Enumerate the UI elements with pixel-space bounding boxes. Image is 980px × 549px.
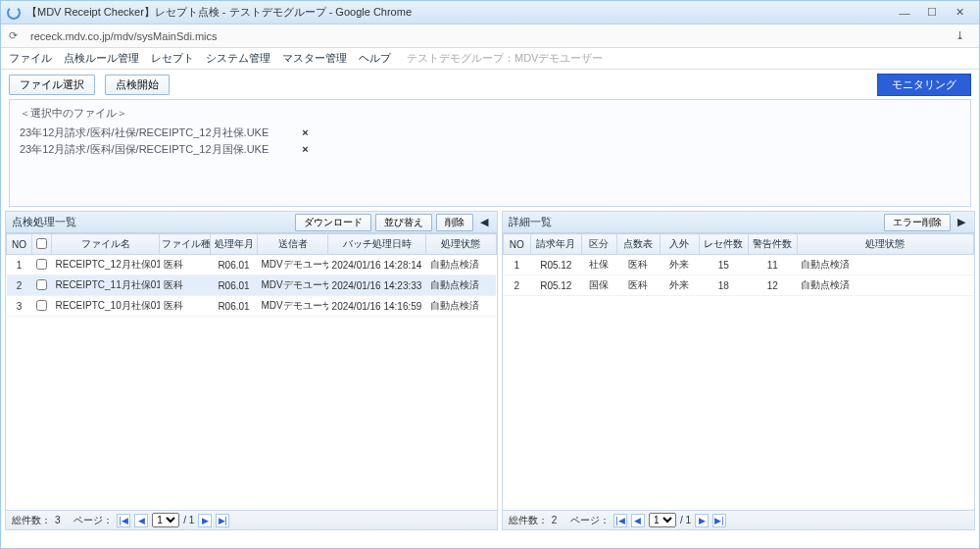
col-status[interactable]: 処理状態 bbox=[797, 234, 973, 255]
pager-last-icon[interactable]: ▶| bbox=[712, 514, 726, 527]
table-row[interactable]: 2R05.12国保医科外来1812自動点検済 bbox=[503, 275, 973, 296]
selected-file-path: 23年12月請求/医科/社保/RECEIPTC_12月社保.UKE bbox=[20, 125, 269, 141]
check-all[interactable] bbox=[36, 238, 47, 249]
app-window: 【MDV Receipt Checker】レセプト点検 - テストデモグループ … bbox=[0, 0, 980, 549]
col-no[interactable]: NO bbox=[7, 234, 32, 255]
col-batch[interactable]: バッチ処理日時 bbox=[328, 234, 426, 255]
page-of: / 1 bbox=[183, 515, 194, 525]
menubar: ファイル 点検ルール管理 レセプト システム管理 マスター管理 ヘルプ テストデ… bbox=[1, 48, 979, 70]
col-table[interactable]: 点数表 bbox=[616, 234, 660, 255]
row-check[interactable] bbox=[36, 300, 47, 311]
page-select[interactable]: 1 bbox=[649, 513, 676, 527]
selected-file-row: 23年12月請求/医科/国保/RECEIPTC_12月国保.UKE × bbox=[20, 141, 960, 158]
col-no[interactable]: NO bbox=[503, 234, 530, 255]
page-label: ページ： bbox=[74, 514, 113, 527]
download-button[interactable]: ダウンロード bbox=[295, 214, 371, 231]
col-check[interactable] bbox=[32, 234, 52, 255]
toolbar: ファイル選択 点検開始 モニタリング bbox=[1, 70, 979, 99]
col-sender[interactable]: 送信者 bbox=[258, 234, 328, 255]
row-check[interactable] bbox=[36, 279, 47, 290]
selected-file-path: 23年12月請求/医科/国保/RECEIPTC_12月国保.UKE bbox=[20, 141, 269, 158]
left-pager: 総件数： 3 ページ： |◀ ◀ 1 / 1 ▶ ▶| bbox=[6, 510, 497, 529]
col-status[interactable]: 処理状態 bbox=[426, 234, 497, 255]
menu-file[interactable]: ファイル bbox=[9, 51, 52, 66]
select-file-button[interactable]: ファイル選択 bbox=[9, 75, 95, 95]
group-label: テストデモグループ：MDVデモユーザー bbox=[407, 51, 603, 66]
total-count: 3 bbox=[55, 515, 61, 525]
total-label: 総件数： bbox=[509, 514, 548, 527]
titlebar: 【MDV Receipt Checker】レセプト点検 - テストデモグループ … bbox=[1, 1, 979, 25]
pager-last-icon[interactable]: ▶| bbox=[216, 514, 229, 527]
col-ym[interactable]: 処理年月 bbox=[211, 234, 258, 255]
expand-right-icon[interactable]: ▶ bbox=[955, 216, 968, 228]
reload-icon[interactable]: ⟳ bbox=[9, 29, 24, 42]
panels: 点検処理一覧 ダウンロード 並び替え 削除 ◀ NO ファイル名 ファイル種別 … bbox=[3, 211, 977, 530]
minimize-button[interactable]: ― bbox=[891, 3, 918, 23]
delete-button[interactable]: 削除 bbox=[436, 214, 473, 231]
right-grid: NO 請求年月 区分 点数表 入外 レセ件数 警告件数 処理状態 1R05.12… bbox=[503, 233, 974, 510]
menu-receipt[interactable]: レセプト bbox=[151, 51, 194, 66]
collapse-left-icon[interactable]: ◀ bbox=[477, 216, 491, 228]
pager-next-icon[interactable]: ▶ bbox=[198, 514, 212, 527]
left-grid: NO ファイル名 ファイル種別 処理年月 送信者 バッチ処理日時 処理状態 1R… bbox=[6, 233, 497, 510]
total-count: 2 bbox=[552, 515, 558, 525]
maximize-button[interactable]: ☐ bbox=[918, 3, 946, 23]
left-panel: 点検処理一覧 ダウンロード 並び替え 削除 ◀ NO ファイル名 ファイル種別 … bbox=[5, 211, 498, 530]
download-icon[interactable]: ⤓ bbox=[956, 29, 971, 42]
monitor-button[interactable]: モニタリング bbox=[877, 74, 971, 96]
pager-prev-icon[interactable]: ◀ bbox=[134, 514, 148, 527]
right-panel: 詳細一覧 エラー削除 ▶ NO 請求年月 区分 点数表 入外 レセ件数 警告件数… bbox=[502, 211, 975, 530]
menu-rules[interactable]: 点検ルール管理 bbox=[64, 51, 139, 66]
col-kubun[interactable]: 区分 bbox=[581, 234, 616, 255]
menu-master[interactable]: マスター管理 bbox=[282, 51, 347, 66]
col-kind[interactable]: ファイル種別 bbox=[160, 234, 211, 255]
sort-button[interactable]: 並び替え bbox=[375, 214, 432, 231]
row-check[interactable] bbox=[36, 259, 47, 270]
total-label: 総件数： bbox=[12, 514, 51, 527]
right-panel-header: 詳細一覧 エラー削除 ▶ bbox=[503, 212, 974, 233]
col-file[interactable]: ファイル名 bbox=[52, 234, 160, 255]
table-row[interactable]: 2RECEIPTC_11月社保01医科R06.01MDVデモユーザー2024/0… bbox=[7, 275, 497, 296]
col-ym[interactable]: 請求年月 bbox=[530, 234, 581, 255]
selected-files-box: ＜選択中のファイル＞ 23年12月請求/医科/社保/RECEIPTC_12月社保… bbox=[9, 99, 971, 207]
col-inout[interactable]: 入外 bbox=[660, 234, 699, 255]
url-text[interactable]: receck.mdv.co.jp/mdv/sysMainSdi.mics bbox=[30, 30, 956, 42]
pager-first-icon[interactable]: |◀ bbox=[613, 514, 627, 527]
table-row[interactable]: 1R05.12社保医科外来1511自動点検済 bbox=[503, 255, 973, 275]
pager-prev-icon[interactable]: ◀ bbox=[631, 514, 645, 527]
right-pager: 総件数： 2 ページ： |◀ ◀ 1 / 1 ▶ ▶| bbox=[503, 510, 974, 529]
col-warn[interactable]: 警告件数 bbox=[748, 234, 797, 255]
page-of: / 1 bbox=[680, 515, 691, 525]
page-select[interactable]: 1 bbox=[152, 513, 179, 527]
table-row[interactable]: 1RECEIPTC_12月社保01医科R06.01MDVデモユーザー2024/0… bbox=[7, 255, 497, 275]
right-panel-title: 詳細一覧 bbox=[509, 215, 880, 229]
favicon-icon bbox=[7, 6, 21, 20]
close-button[interactable]: ✕ bbox=[946, 3, 973, 23]
menu-help[interactable]: ヘルプ bbox=[359, 51, 391, 66]
remove-file-icon[interactable]: × bbox=[302, 141, 308, 158]
left-panel-header: 点検処理一覧 ダウンロード 並び替え 削除 ◀ bbox=[6, 212, 497, 233]
pager-first-icon[interactable]: |◀ bbox=[117, 514, 130, 527]
col-rece[interactable]: レセ件数 bbox=[699, 234, 748, 255]
address-bar: ⟳ receck.mdv.co.jp/mdv/sysMainSdi.mics ⤓ bbox=[1, 25, 979, 48]
page-label: ページ： bbox=[570, 514, 610, 527]
table-row[interactable]: 3RECEIPTC_10月社保01医科R06.01MDVデモユーザー2024/0… bbox=[7, 296, 497, 317]
window-title: 【MDV Receipt Checker】レセプト点検 - テストデモグループ … bbox=[26, 5, 891, 20]
selected-file-row: 23年12月請求/医科/社保/RECEIPTC_12月社保.UKE × bbox=[20, 125, 960, 141]
menu-system[interactable]: システム管理 bbox=[206, 51, 270, 66]
error-delete-button[interactable]: エラー削除 bbox=[884, 214, 951, 231]
pager-next-icon[interactable]: ▶ bbox=[695, 514, 709, 527]
remove-file-icon[interactable]: × bbox=[302, 125, 308, 141]
selected-files-caption: ＜選択中のファイル＞ bbox=[20, 106, 960, 121]
left-panel-title: 点検処理一覧 bbox=[12, 215, 291, 229]
start-check-button[interactable]: 点検開始 bbox=[105, 75, 170, 95]
